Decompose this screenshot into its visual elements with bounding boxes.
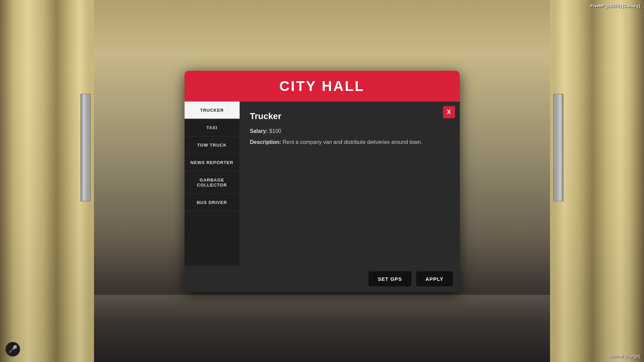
job-sidebar: TRUCKER TAXI TOW TRUCK NEWS REPORTER GAR…: [185, 101, 240, 266]
column-right: [550, 0, 644, 362]
hud-version: FiveM* (b2372) [Canary]: [591, 3, 640, 8]
salary-amount: $100: [269, 128, 281, 134]
sidebar-item-tow-truck[interactable]: TOW TRUCK: [185, 136, 240, 154]
modal-body: TRUCKER TAXI TOW TRUCK NEWS REPORTER GAR…: [185, 101, 460, 266]
job-description: Description: Rent a company van and dist…: [250, 138, 450, 146]
microphone-icon: 🎤: [8, 345, 17, 354]
city-hall-modal: CITY HALL TRUCKER TAXI TOW TRUCK NEWS RE…: [185, 70, 460, 292]
sidebar-item-bus-driver[interactable]: BUS DRIVER: [185, 194, 240, 211]
set-gps-button[interactable]: SET GPS: [368, 271, 411, 286]
modal-title: CITY HALL: [191, 78, 453, 94]
sidebar-item-garbage-collector[interactable]: GARBAGE COLLECTOR: [185, 171, 240, 194]
content-spacer: [250, 146, 450, 259]
hud-mode: Normal [Range]: [609, 354, 640, 359]
salary-label: Salary:: [250, 128, 268, 134]
description-body: Rent a company van and distribute delive…: [283, 139, 422, 145]
job-content: X Trucker Salary: $100 Description: Rent…: [240, 101, 460, 266]
close-button[interactable]: X: [443, 106, 455, 118]
elevator-door-left: [81, 94, 91, 201]
floor: [94, 295, 550, 362]
apply-button[interactable]: APPLY: [416, 271, 453, 286]
sidebar-item-trucker[interactable]: TRUCKER: [185, 101, 240, 119]
modal-footer: SET GPS APPLY: [185, 266, 460, 292]
elevator-door-right: [553, 94, 563, 201]
job-salary: Salary: $100: [250, 128, 450, 134]
sidebar-item-news-reporter[interactable]: NEWS REPORTER: [185, 154, 240, 171]
job-title: Trucker: [250, 111, 450, 121]
microphone-button[interactable]: 🎤: [5, 342, 20, 357]
column-left: [0, 0, 94, 362]
modal-header: CITY HALL: [185, 70, 460, 101]
description-label: Description:: [250, 139, 281, 145]
sidebar-item-taxi[interactable]: TAXI: [185, 119, 240, 136]
